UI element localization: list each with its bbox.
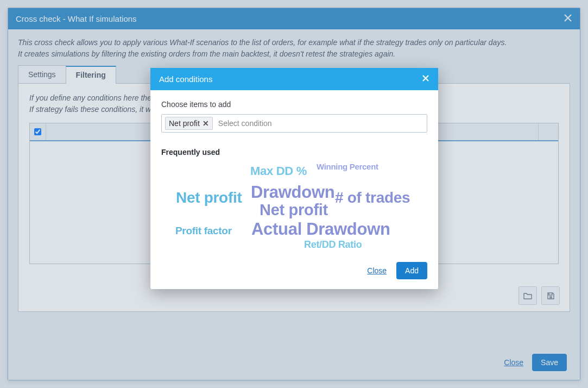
tag-cloud: Max DD %Winning PercentNet profitDrawdow… bbox=[161, 159, 427, 256]
cloud-tag-numTrades[interactable]: # of trades bbox=[335, 189, 410, 206]
add-conditions-header: Add conditions bbox=[150, 68, 438, 90]
add-conditions-footer: Close Add bbox=[150, 262, 438, 289]
choose-label: Choose items to add bbox=[161, 100, 427, 109]
add-conditions-title: Add conditions bbox=[159, 74, 212, 84]
cloud-tag-profitFactor[interactable]: Profit factor bbox=[175, 225, 232, 237]
cloud-tag-maxDDPct[interactable]: Max DD % bbox=[250, 164, 307, 178]
add-button[interactable]: Add bbox=[396, 262, 427, 279]
remove-tag-icon[interactable]: ✕ bbox=[203, 119, 209, 128]
add-conditions-body: Choose items to add Net profit ✕ Select … bbox=[150, 90, 438, 262]
condition-tag-input[interactable]: Net profit ✕ Select condition bbox=[161, 114, 427, 133]
cloud-tag-drawdown[interactable]: Drawdown bbox=[251, 183, 334, 202]
selected-tag-chip: Net profit ✕ bbox=[165, 117, 213, 130]
cloud-tag-retDDRatio[interactable]: Ret/DD Ratio bbox=[304, 239, 362, 251]
cloud-tag-winningPct[interactable]: Winning Percent bbox=[317, 162, 378, 171]
frequently-used-title: Frequently used bbox=[161, 148, 427, 157]
cloud-tag-netProfit1[interactable]: Net profit bbox=[176, 189, 242, 206]
condition-input-placeholder[interactable]: Select condition bbox=[216, 118, 423, 129]
cloud-tag-netProfit2[interactable]: Net profit bbox=[260, 201, 328, 219]
tag-chip-label: Net profit bbox=[169, 119, 200, 128]
cloud-tag-actualDD[interactable]: Actual Drawdown bbox=[251, 220, 390, 239]
add-conditions-dialog: Add conditions Choose items to add Net p… bbox=[150, 68, 438, 289]
close-icon[interactable] bbox=[422, 73, 429, 85]
close-button[interactable]: Close bbox=[367, 266, 387, 275]
